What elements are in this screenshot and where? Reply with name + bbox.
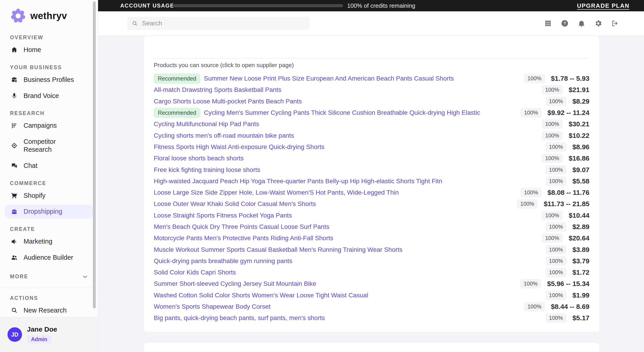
product-link[interactable]: Motorcycle Pants Men's Protective Pants … (154, 235, 333, 242)
chart-icon (11, 122, 18, 129)
sidebar-item-dropshipping[interactable]: Dropshipping (5, 205, 93, 218)
sidebar-more-toggle[interactable]: MORE (10, 273, 89, 280)
table-row: Summer Short-sleeved Cycling Jersey Suit… (154, 278, 590, 289)
sidebar-item-label: Chat (24, 162, 37, 170)
product-link[interactable]: Fitness Sports High Waist Anti-exposure … (154, 143, 324, 151)
product-link[interactable]: Cargo Shorts Loose Multi-pocket Pants Be… (154, 98, 302, 105)
match-percent-badge: 100% (546, 177, 566, 186)
apps-grid-icon (544, 19, 552, 28)
product-link[interactable]: Solid Color Kids Capri Shorts (154, 269, 236, 276)
product-link[interactable]: Muscle Workout Summer Sports Casual Bask… (154, 246, 402, 253)
sidebar-item-chat[interactable]: Chat (5, 159, 93, 172)
table-row: Floral loose shorts beach shorts 100% $1… (154, 153, 590, 164)
product-link[interactable]: Summer Short-sleeved Cycling Jersey Suit… (154, 280, 316, 287)
product-link[interactable]: Quick-drying pants breathable gym runnin… (154, 257, 292, 265)
product-link[interactable]: Free kick fighting training loose shorts (154, 166, 260, 173)
sidebar-divider (0, 287, 98, 287)
sidebar: wethryv OVERVIEW Home YOUR BUSINESS Busi… (0, 0, 98, 352)
users-icon (11, 254, 18, 261)
app-root: wethryv OVERVIEW Home YOUR BUSINESS Busi… (0, 0, 644, 352)
brand-flower-icon (10, 7, 27, 25)
user-menu[interactable]: JD Jane Doe Admin (0, 317, 98, 352)
table-row: Motorcycle Pants Men's Protective Pants … (154, 233, 590, 244)
product-link[interactable]: Men's Beach Quick Dry Three Points Casua… (154, 223, 329, 230)
product-link[interactable]: Loose Outer Wear Khaki Solid Color Casua… (154, 200, 316, 208)
sidebar-section-label: OVERVIEW (0, 35, 98, 41)
help-icon (561, 19, 569, 28)
avatar[interactable]: JD (8, 327, 22, 342)
product-price: $8.29 (572, 98, 590, 105)
table-row: Big pants, quick-drying beach pants, sur… (154, 312, 590, 324)
table-row: Washed Cotton Solid Color Shorts Women's… (154, 290, 590, 301)
sidebar-item-shopify[interactable]: Shopify (5, 189, 93, 203)
product-link[interactable]: Loose Straight Sports Fitness Pocket Yog… (154, 212, 292, 219)
product-link[interactable]: Floral loose shorts beach shorts (154, 155, 244, 162)
notifications-bell-button[interactable] (578, 19, 586, 28)
match-percent-badge: 100% (546, 97, 566, 106)
product-price: $5.58 (572, 177, 590, 185)
sidebar-item-home[interactable]: Home (5, 43, 93, 57)
search-header (98, 11, 644, 36)
sidebar-scrollbar[interactable] (93, 1, 96, 308)
product-link[interactable]: All-match Drawstring Sports Basketball P… (154, 86, 281, 93)
products-heading: Products you can source (click to open s… (154, 62, 294, 69)
search-box[interactable] (127, 17, 310, 30)
product-price: $20.64 (568, 234, 590, 242)
upgrade-plan-link[interactable]: UPGRADE PLAN (577, 2, 630, 9)
sidebar-item-brand-voice[interactable]: Brand Voice (5, 89, 93, 103)
table-row: All-match Drawstring Sports Basketball P… (154, 84, 590, 95)
help-button[interactable] (561, 19, 569, 28)
product-link[interactable]: Big pants, quick-drying beach pants, sur… (154, 314, 325, 322)
product-price: $5.96 -- 15.34 (547, 280, 590, 288)
product-price: $8.96 (572, 143, 590, 151)
table-row: High-waisted Jacquard Peach Hip Yoga Thr… (154, 175, 590, 187)
sidebar-section-label: ACTIONS (0, 295, 98, 301)
product-price: $9.07 (572, 166, 590, 174)
search-input[interactable] (142, 20, 305, 27)
sidebar-item-business-profiles[interactable]: Business Profiles (5, 73, 93, 87)
sidebar-item-audience-builder[interactable]: Audience Builder (5, 251, 93, 264)
settings-gear-icon (594, 19, 602, 28)
sidebar-section-label: COMMERCE (0, 180, 98, 187)
sidebar-section: YOUR BUSINESS Business ProfilesBrand Voi… (0, 64, 98, 103)
table-row: Quick-drying pants breathable gym runnin… (154, 255, 590, 267)
match-percent-badge: 100% (546, 165, 566, 175)
brand-logo[interactable]: wethryv (0, 0, 98, 25)
table-row: Cycling shorts men's off-road mountain b… (154, 130, 590, 141)
sidebar-item-marketing[interactable]: Marketing (5, 235, 93, 248)
sidebar-item-campaigns[interactable]: Campaigns (5, 119, 93, 132)
match-percent-badge: 100% (542, 233, 563, 243)
match-percent-badge: 100% (542, 153, 563, 163)
search-icon (132, 21, 138, 27)
sidebar-nav: OVERVIEW Home YOUR BUSINESS Business Pro… (0, 25, 98, 317)
sidebar-item-competitor-research[interactable]: Competitor Research (5, 135, 93, 156)
product-link[interactable]: Women's Sports Shapewear Body Corset (154, 303, 270, 310)
sidebar-item-new-research[interactable]: New Research (5, 303, 93, 317)
table-row: Cargo Shorts Loose Multi-pocket Pants Be… (154, 96, 590, 107)
logout-icon (611, 19, 619, 28)
card-divider (154, 58, 590, 59)
table-row: Recommended Cycling Men's Summer Cycling… (154, 107, 590, 118)
sidebar-item-label: Marketing (24, 238, 52, 245)
product-price: $10.44 (568, 212, 590, 219)
product-link[interactable]: Summer New Loose Print Plus Size Europea… (204, 75, 454, 82)
product-link[interactable]: Cycling Men's Summer Cycling Pants Thick… (204, 109, 480, 116)
sidebar-item-label: Shopify (24, 192, 46, 200)
product-link[interactable]: Loose Large Size Side Zipper Hole, Low-W… (154, 189, 399, 196)
product-price: $8.44 -- 8.69 (551, 303, 590, 310)
product-link[interactable]: Cycling shorts men's off-road mountain b… (154, 132, 294, 139)
match-percent-badge: 100% (546, 290, 566, 300)
apps-grid-button[interactable] (544, 19, 552, 28)
product-link[interactable]: Cycling Multifunctional Hip Pad Pants (154, 120, 259, 128)
home-icon (11, 46, 18, 53)
product-link[interactable]: Washed Cotton Solid Color Shorts Women's… (154, 292, 368, 299)
match-percent-badge: 100% (542, 211, 563, 220)
match-percent-badge: 100% (542, 131, 563, 140)
sidebar-section: COMMERCE ShopifyDropshipping (0, 180, 98, 219)
table-row: Solid Color Kids Capri Shorts 100% $1.72 (154, 267, 590, 278)
match-percent-badge: 100% (546, 245, 566, 254)
match-percent-badge: 100% (542, 85, 563, 95)
settings-gear-button[interactable] (594, 19, 602, 28)
logout-button[interactable] (611, 19, 619, 28)
product-link[interactable]: High-waisted Jacquard Peach Hip Yoga Thr… (154, 178, 442, 185)
